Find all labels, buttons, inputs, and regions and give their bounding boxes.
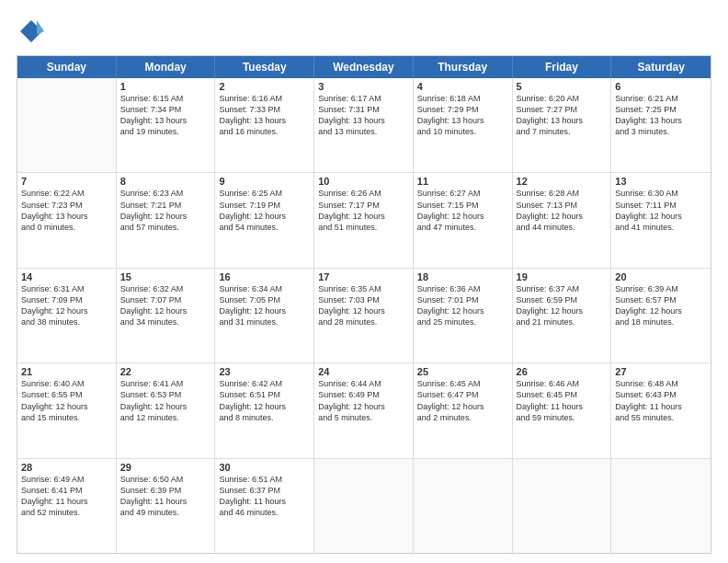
calendar-cell: 5Sunrise: 6:20 AM Sunset: 7:27 PM Daylig… — [513, 78, 612, 172]
calendar-cell: 21Sunrise: 6:40 AM Sunset: 6:55 PM Dayli… — [17, 363, 117, 457]
cell-text: Sunrise: 6:51 AM Sunset: 6:37 PM Dayligh… — [219, 474, 310, 519]
logo — [17, 17, 50, 46]
cell-text: Sunrise: 6:16 AM Sunset: 7:33 PM Dayligh… — [219, 93, 310, 138]
calendar-cell: 6Sunrise: 6:21 AM Sunset: 7:25 PM Daylig… — [611, 78, 711, 172]
calendar-cell: 28Sunrise: 6:49 AM Sunset: 6:41 PM Dayli… — [17, 459, 117, 553]
day-number: 3 — [318, 81, 409, 92]
calendar-cell: 3Sunrise: 6:17 AM Sunset: 7:31 PM Daylig… — [314, 78, 414, 172]
calendar-cell: 24Sunrise: 6:44 AM Sunset: 6:49 PM Dayli… — [314, 363, 414, 457]
calendar-cell: 9Sunrise: 6:25 AM Sunset: 7:19 PM Daylig… — [215, 173, 314, 267]
cell-text: Sunrise: 6:22 AM Sunset: 7:23 PM Dayligh… — [21, 188, 112, 233]
calendar-cell: 25Sunrise: 6:45 AM Sunset: 6:47 PM Dayli… — [414, 363, 513, 457]
cell-text: Sunrise: 6:48 AM Sunset: 6:43 PM Dayligh… — [615, 378, 707, 423]
calendar-cell: 12Sunrise: 6:28 AM Sunset: 7:13 PM Dayli… — [513, 173, 612, 267]
day-number: 16 — [219, 271, 310, 282]
cell-text: Sunrise: 6:25 AM Sunset: 7:19 PM Dayligh… — [219, 188, 310, 233]
day-number: 4 — [417, 81, 508, 92]
cell-text: Sunrise: 6:39 AM Sunset: 6:57 PM Dayligh… — [615, 283, 707, 328]
cell-text: Sunrise: 6:36 AM Sunset: 7:01 PM Dayligh… — [417, 283, 508, 328]
cell-text: Sunrise: 6:46 AM Sunset: 6:45 PM Dayligh… — [517, 378, 608, 423]
cell-text: Sunrise: 6:45 AM Sunset: 6:47 PM Dayligh… — [417, 378, 508, 423]
day-number: 18 — [417, 271, 508, 282]
page: SundayMondayTuesdayWednesdayThursdayFrid… — [0, 0, 728, 563]
calendar-cell — [314, 459, 414, 553]
calendar-row-0: 1Sunrise: 6:15 AM Sunset: 7:34 PM Daylig… — [17, 78, 711, 173]
calendar-row-1: 7Sunrise: 6:22 AM Sunset: 7:23 PM Daylig… — [17, 173, 711, 268]
calendar-row-4: 28Sunrise: 6:49 AM Sunset: 6:41 PM Dayli… — [17, 459, 711, 553]
day-number: 7 — [21, 176, 112, 187]
calendar-cell: 27Sunrise: 6:48 AM Sunset: 6:43 PM Dayli… — [611, 363, 711, 457]
calendar-cell: 15Sunrise: 6:32 AM Sunset: 7:07 PM Dayli… — [117, 269, 216, 362]
cell-text: Sunrise: 6:26 AM Sunset: 7:17 PM Dayligh… — [318, 188, 409, 233]
day-number: 5 — [517, 81, 608, 92]
cell-text: Sunrise: 6:50 AM Sunset: 6:39 PM Dayligh… — [120, 474, 211, 519]
cell-text: Sunrise: 6:41 AM Sunset: 6:53 PM Dayligh… — [120, 378, 211, 423]
calendar-cell: 19Sunrise: 6:37 AM Sunset: 6:59 PM Dayli… — [513, 269, 612, 362]
day-number: 9 — [219, 176, 310, 187]
header — [17, 17, 711, 46]
cell-text: Sunrise: 6:21 AM Sunset: 7:25 PM Dayligh… — [615, 93, 707, 138]
day-number: 27 — [615, 366, 707, 377]
cell-text: Sunrise: 6:17 AM Sunset: 7:31 PM Dayligh… — [318, 93, 409, 138]
svg-marker-1 — [37, 20, 44, 35]
cell-text: Sunrise: 6:49 AM Sunset: 6:41 PM Dayligh… — [21, 474, 112, 519]
cell-text: Sunrise: 6:35 AM Sunset: 7:03 PM Dayligh… — [318, 283, 409, 328]
header-day-monday: Monday — [117, 56, 216, 78]
day-number: 1 — [120, 81, 211, 92]
calendar-cell: 16Sunrise: 6:34 AM Sunset: 7:05 PM Dayli… — [215, 269, 314, 362]
cell-text: Sunrise: 6:28 AM Sunset: 7:13 PM Dayligh… — [517, 188, 608, 233]
calendar-cell — [17, 78, 117, 172]
cell-text: Sunrise: 6:32 AM Sunset: 7:07 PM Dayligh… — [120, 283, 211, 328]
calendar-cell — [513, 459, 612, 553]
cell-text: Sunrise: 6:30 AM Sunset: 7:11 PM Dayligh… — [615, 188, 707, 233]
day-number: 10 — [318, 176, 409, 187]
day-number: 2 — [219, 81, 310, 92]
day-number: 28 — [21, 462, 112, 473]
day-number: 20 — [615, 271, 707, 282]
day-number: 21 — [21, 366, 112, 377]
calendar-cell: 17Sunrise: 6:35 AM Sunset: 7:03 PM Dayli… — [314, 269, 414, 362]
day-number: 6 — [615, 81, 707, 92]
header-day-thursday: Thursday — [414, 56, 513, 78]
cell-text: Sunrise: 6:40 AM Sunset: 6:55 PM Dayligh… — [21, 378, 112, 423]
cell-text: Sunrise: 6:20 AM Sunset: 7:27 PM Dayligh… — [517, 93, 608, 138]
calendar-cell: 18Sunrise: 6:36 AM Sunset: 7:01 PM Dayli… — [414, 269, 513, 362]
day-number: 14 — [21, 271, 112, 282]
calendar-cell: 20Sunrise: 6:39 AM Sunset: 6:57 PM Dayli… — [611, 269, 711, 362]
cell-text: Sunrise: 6:37 AM Sunset: 6:59 PM Dayligh… — [517, 283, 608, 328]
calendar-cell: 14Sunrise: 6:31 AM Sunset: 7:09 PM Dayli… — [17, 269, 117, 362]
header-day-wednesday: Wednesday — [314, 56, 414, 78]
calendar-cell: 7Sunrise: 6:22 AM Sunset: 7:23 PM Daylig… — [17, 173, 117, 267]
day-number: 26 — [517, 366, 608, 377]
header-day-friday: Friday — [513, 56, 612, 78]
calendar-cell: 26Sunrise: 6:46 AM Sunset: 6:45 PM Dayli… — [513, 363, 612, 457]
calendar-cell: 30Sunrise: 6:51 AM Sunset: 6:37 PM Dayli… — [215, 459, 314, 553]
calendar-cell: 22Sunrise: 6:41 AM Sunset: 6:53 PM Dayli… — [117, 363, 216, 457]
day-number: 23 — [219, 366, 310, 377]
calendar-cell: 23Sunrise: 6:42 AM Sunset: 6:51 PM Dayli… — [215, 363, 314, 457]
calendar-cell: 4Sunrise: 6:18 AM Sunset: 7:29 PM Daylig… — [414, 78, 513, 172]
day-number: 12 — [517, 176, 608, 187]
calendar: SundayMondayTuesdayWednesdayThursdayFrid… — [17, 55, 711, 554]
header-day-tuesday: Tuesday — [215, 56, 314, 78]
calendar-cell: 1Sunrise: 6:15 AM Sunset: 7:34 PM Daylig… — [117, 78, 216, 172]
day-number: 13 — [615, 176, 707, 187]
day-number: 22 — [120, 366, 211, 377]
logo-icon — [17, 17, 46, 46]
day-number: 17 — [318, 271, 409, 282]
cell-text: Sunrise: 6:27 AM Sunset: 7:15 PM Dayligh… — [417, 188, 508, 233]
day-number: 30 — [219, 462, 310, 473]
header-day-saturday: Saturday — [611, 56, 711, 78]
header-day-sunday: Sunday — [17, 56, 117, 78]
day-number: 8 — [120, 176, 211, 187]
cell-text: Sunrise: 6:18 AM Sunset: 7:29 PM Dayligh… — [417, 93, 508, 138]
calendar-cell: 8Sunrise: 6:23 AM Sunset: 7:21 PM Daylig… — [117, 173, 216, 267]
cell-text: Sunrise: 6:31 AM Sunset: 7:09 PM Dayligh… — [21, 283, 112, 328]
day-number: 29 — [120, 462, 211, 473]
day-number: 25 — [417, 366, 508, 377]
calendar-row-3: 21Sunrise: 6:40 AM Sunset: 6:55 PM Dayli… — [17, 363, 711, 458]
cell-text: Sunrise: 6:44 AM Sunset: 6:49 PM Dayligh… — [318, 378, 409, 423]
cell-text: Sunrise: 6:23 AM Sunset: 7:21 PM Dayligh… — [120, 188, 211, 233]
calendar-cell: 13Sunrise: 6:30 AM Sunset: 7:11 PM Dayli… — [611, 173, 711, 267]
calendar-cell: 2Sunrise: 6:16 AM Sunset: 7:33 PM Daylig… — [215, 78, 314, 172]
